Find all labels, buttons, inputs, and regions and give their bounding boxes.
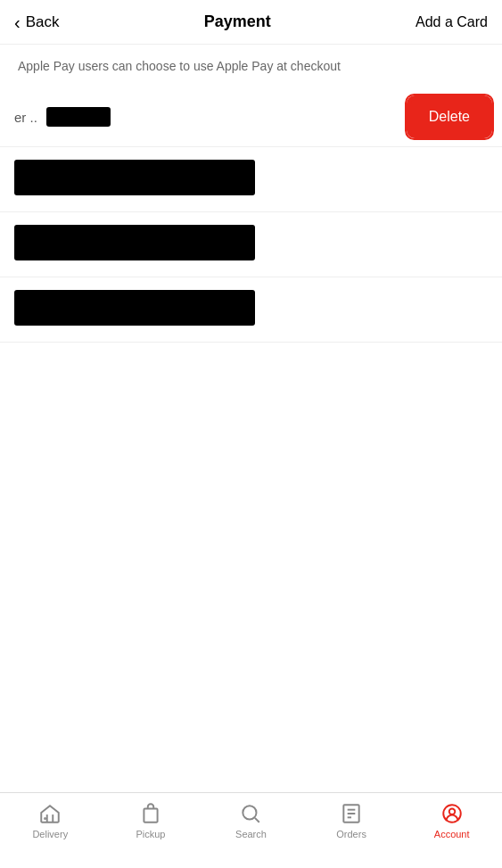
payment-list [0,147,502,343]
list-item [0,147,502,212]
redacted-item-3 [14,290,255,326]
orders-icon [340,802,363,825]
info-bar: Apple Pay users can choose to use Apple … [0,45,502,87]
account-label: Account [434,829,470,839]
list-item [0,277,502,343]
add-card-button[interactable]: Add a Card [416,14,488,30]
delivery-icon [38,802,62,825]
svg-rect-3 [144,809,157,823]
nav-item-pickup[interactable]: Pickup [101,802,202,839]
nav-item-search[interactable]: Search [201,802,301,839]
pickup-label: Pickup [136,829,165,839]
redacted-item-2 [14,225,255,260]
header: ‹ Back Payment Add a Card [0,0,502,45]
delete-button[interactable]: Delete [411,100,488,134]
list-item [0,212,502,277]
orders-label: Orders [336,829,366,839]
payment-card-row: er .. Delete [0,87,502,147]
account-icon [440,802,464,825]
delivery-label: Delivery [32,829,68,839]
bottom-nav: Delivery Pickup Search Orders [0,792,502,868]
nav-item-account[interactable]: Account [401,802,502,839]
svg-line-5 [255,818,259,823]
back-button[interactable]: ‹ Back [14,13,59,31]
card-number-redacted [46,107,111,127]
svg-point-2 [45,818,45,819]
pickup-icon [139,802,162,825]
svg-point-11 [449,809,455,815]
svg-point-4 [243,806,257,819]
back-label: Back [26,13,60,31]
info-text: Apple Pay users can choose to use Apple … [18,59,341,73]
redacted-item-1 [14,160,255,195]
page-title: Payment [204,12,271,31]
nav-item-delivery[interactable]: Delivery [0,802,101,839]
card-prefix: er .. [14,110,37,125]
search-label: Search [235,829,267,839]
search-icon [239,802,262,825]
chevron-left-icon: ‹ [14,13,21,31]
nav-item-orders[interactable]: Orders [301,802,402,839]
card-info: er .. [14,107,111,127]
